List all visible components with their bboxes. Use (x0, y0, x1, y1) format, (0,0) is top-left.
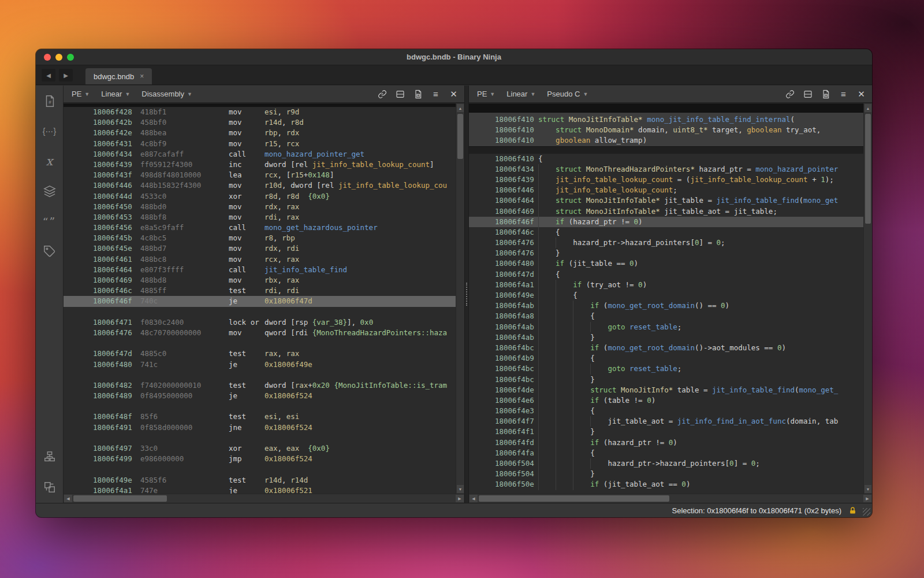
layout-menu[interactable]: Linear▼ (101, 90, 130, 98)
pseudo-c-row[interactable]: 18006f410 gboolean allow_tramp) (469, 135, 872, 146)
disasm-row[interactable]: 18006f464e807f3ffffcalljit_info_table_fi… (64, 265, 464, 275)
pseudo-c-row[interactable]: 18006f4bcif (mono_get_root_domain()->aot… (469, 343, 872, 353)
disasm-row[interactable]: 18006f44d4533c0xorr8d, r8d {0x0} (64, 191, 464, 202)
pseudo-c-row[interactable]: 18006f46fif (hazard_ptr != 0) (469, 217, 872, 227)
split-view-icon[interactable] (803, 89, 813, 99)
pseudo-c-row[interactable]: 18006f480if (jit_table == 0) (469, 258, 872, 269)
variables-x-icon[interactable]: x (42, 154, 57, 169)
pseudo-c-row[interactable]: 18006f4f7jit_table_aot = jit_info_find_i… (469, 416, 872, 427)
disasm-row[interactable]: 18006f469488bd8movrbx, rax (64, 275, 464, 286)
pseudo-c-row[interactable]: 18006f410struct MonoJitInfoTable* mono_j… (469, 114, 872, 125)
disasm-row[interactable]: 18006f43f498d8f48010000learcx, [r15+0x14… (64, 170, 464, 180)
disasm-row[interactable]: 18006f47d4885c0testrax, rax (64, 349, 464, 359)
view-menu[interactable]: Pseudo C▼ (547, 90, 588, 98)
resize-grip[interactable] (863, 508, 870, 516)
splitter-handle[interactable] (466, 283, 468, 306)
disasm-row[interactable]: 18006f471f0830c2400lock ordword [rsp {va… (64, 317, 464, 328)
disasm-row[interactable]: 18006f428418bf1movesi, r9d (64, 107, 464, 117)
pseudo-c-row[interactable]: 18006f4f1} (469, 427, 872, 437)
pseudo-c-row[interactable]: 18006f47d{ (469, 269, 872, 280)
pseudo-c-hscrollbar[interactable]: ◀ ▶ (469, 494, 872, 503)
binary-doc-icon[interactable]: 01 (413, 89, 423, 99)
pseudo-c-row[interactable]: 18006f410{ (469, 154, 872, 164)
strings-quotes-icon[interactable]: “” (42, 214, 57, 229)
scroll-down-icon[interactable]: ▼ (457, 485, 464, 493)
pseudo-c-row[interactable]: 18006f464struct MonoJitInfoTable* jit_ta… (469, 195, 872, 206)
disasm-row[interactable] (64, 433, 464, 443)
disassembly-hscrollbar[interactable]: ◀ ▶ (64, 494, 464, 503)
disasm-row[interactable]: 18006f434e887cafaffcallmono_hazard_point… (64, 149, 464, 160)
disasm-row[interactable]: 18006f46f740cje0x18006f47d (64, 296, 464, 306)
disasm-row[interactable]: 18006f42b458bf0movr14d, r8d (64, 117, 464, 128)
disasm-row[interactable]: 18006f456e8a5c9faffcallmono_get_hazardou… (64, 223, 464, 233)
pseudo-c-row[interactable]: 18006f504} (469, 469, 872, 479)
scroll-down-icon[interactable]: ▼ (865, 485, 871, 493)
pseudo-c-row[interactable]: 18006f4ab} (469, 332, 872, 343)
disasm-row[interactable]: 18006f47648c70700000000movqword [rdi {Mo… (64, 328, 464, 338)
pseudo-c-row[interactable]: 18006f4destruct MonoJitInfo* table = jit… (469, 385, 872, 395)
tab-bdwgc[interactable]: bdwgc.bndb × (85, 68, 152, 84)
disasm-row[interactable]: 18006f499e986000000jmp0x18006f524 (64, 454, 464, 464)
scroll-right-icon[interactable]: ▶ (863, 495, 871, 502)
disasm-row[interactable] (64, 464, 464, 475)
back-button[interactable]: ◀ (42, 69, 55, 81)
memory-map-swap-icon[interactable] (42, 480, 57, 495)
pseudo-c-row[interactable]: 18006f50eif (jit_table_aot == 0) (469, 479, 872, 490)
lock-icon[interactable] (848, 506, 857, 515)
tab-close-icon[interactable]: × (140, 72, 144, 80)
disasm-row[interactable] (64, 401, 464, 412)
pseudo-c-row[interactable]: 18006f4fa{ (469, 448, 872, 458)
pseudo-c-row[interactable]: 18006f4e3{ (469, 406, 872, 416)
pseudo-c-row[interactable]: 18006f4b9{ (469, 353, 872, 364)
disasm-row[interactable]: 18006f482f7402000000010testdword [rax+0x… (64, 380, 464, 391)
pseudo-c-row[interactable]: 18006f476} (469, 248, 872, 258)
disasm-row[interactable]: 18006f453488bf8movrdi, rax (64, 212, 464, 223)
disassembly-vscrollbar[interactable]: ▲ ▼ (456, 103, 464, 494)
disasm-row[interactable]: 18006f49733c0xoreax, eax {0x0} (64, 443, 464, 454)
scroll-left-icon[interactable]: ◀ (64, 495, 72, 502)
pseudo-c-row[interactable]: 18006f4fdif (hazard_ptr != 0) (469, 438, 872, 448)
disasm-row[interactable]: 18006f46c4885fftestrdi, rdi (64, 286, 464, 296)
filetype-menu[interactable]: PE▼ (72, 90, 90, 98)
types-braces-icon[interactable]: {⋯} (42, 124, 57, 139)
pseudo-c-row[interactable]: 18006f4abif (mono_get_root_domain() == 0… (469, 301, 872, 311)
disasm-row[interactable]: 18006f480741cje0x18006f49e (64, 360, 464, 370)
disasm-row[interactable] (64, 307, 464, 317)
pseudo-c-row[interactable]: 18006f446jit_info_table_lookup_count; (469, 185, 872, 195)
pseudo-c-row[interactable]: 18006f504hazard_ptr->hazard_pointers[0] … (469, 458, 872, 469)
disasm-row[interactable]: 18006f48f85f6testesi, esi (64, 412, 464, 422)
pseudo-c-row[interactable]: 18006f4abgoto reset_table; (469, 322, 872, 332)
pane-splitter[interactable] (464, 86, 469, 503)
disasm-row[interactable]: 18006f49e4585f6testr14d, r14d (64, 475, 464, 486)
tags-tag-icon[interactable] (42, 244, 57, 259)
layout-menu[interactable]: Linear▼ (506, 90, 535, 98)
pseudo-c-row[interactable]: 18006f434struct MonoThreadHazardPointers… (469, 164, 872, 175)
pseudo-c-row[interactable]: 18006f4e6if (table != 0) (469, 395, 872, 406)
disasm-row[interactable]: 18006f446448b15832f4300movr10d, dword [r… (64, 180, 464, 191)
stack-layers-icon[interactable] (42, 184, 57, 199)
scroll-right-icon[interactable]: ▶ (456, 495, 464, 502)
pseudo-c-row[interactable]: 18006f4a8{ (469, 311, 872, 321)
symbols-doc-hash-icon[interactable]: # (42, 94, 57, 109)
binary-doc-icon[interactable]: 01 (821, 89, 830, 99)
disasm-row[interactable]: 18006f4910f858d000000jne0x18006f524 (64, 423, 464, 433)
pseudo-c-vscrollbar[interactable]: ▲ ▼ (863, 103, 872, 494)
link-icon[interactable] (785, 89, 795, 99)
disasm-row[interactable]: 18006f45b4c8bc5movr8, rbp (64, 233, 464, 243)
disasm-row[interactable] (64, 338, 464, 349)
scroll-up-icon[interactable]: ▲ (865, 104, 871, 112)
pseudo-c-row[interactable]: 18006f49e{ (469, 290, 872, 301)
filetype-menu[interactable]: PE▼ (477, 90, 495, 98)
disasm-row[interactable]: 18006f42e488beamovrbp, rdx (64, 128, 464, 138)
pseudo-c-row[interactable]: 18006f469struct MonoJitInfoTable* jit_ta… (469, 206, 872, 217)
link-icon[interactable] (377, 89, 387, 99)
scroll-left-icon[interactable]: ◀ (470, 495, 478, 502)
disasm-row[interactable]: 18006f450488bd0movrdx, rax (64, 202, 464, 212)
mini-graph-icon[interactable] (42, 450, 57, 465)
close-pane-icon[interactable]: ✕ (449, 89, 459, 99)
menu-icon[interactable]: ≡ (431, 89, 441, 99)
split-view-icon[interactable] (395, 89, 405, 99)
close-pane-icon[interactable]: ✕ (856, 89, 866, 99)
pseudo-c-row[interactable]: 18006f410 struct MonoDomain* domain, uin… (469, 125, 872, 135)
disasm-row[interactable]: 18006f439ff05912f4300incdword [rel jit_i… (64, 160, 464, 170)
